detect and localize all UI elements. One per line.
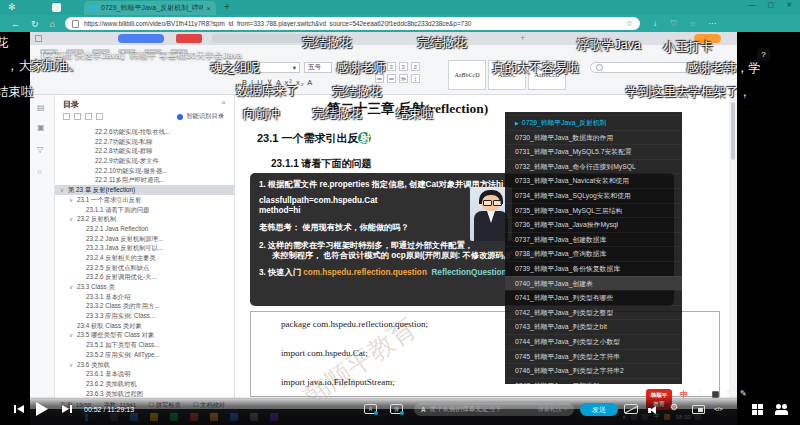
playlist-item[interactable]: ▶0740_韩顺平Java_创建表 [505, 276, 682, 291]
toc-item[interactable]: 22.2.11多用户即时通讯... [55, 175, 235, 185]
playlist-item[interactable]: ▶0742_韩顺平Java_列类型之整型 [505, 305, 682, 320]
maximize-button[interactable]: ▢ [768, 1, 775, 9]
new-tab-button[interactable]: + [224, 1, 230, 12]
wps-premium-chip[interactable] [176, 34, 202, 43]
toc-item[interactable]: 23.6.1 基本说明 [55, 369, 235, 379]
toc-item[interactable]: ∨第 23 章 反射(reflection) [55, 185, 235, 195]
toc-tool-icon[interactable] [85, 113, 92, 120]
toc-item[interactable]: 23.6.2 类加载时机 [55, 379, 235, 389]
toc-item[interactable]: ∨23.1 一个需求引出反射 [55, 195, 235, 205]
toc-item[interactable]: 23.2.6 反射调用优化-关... [55, 272, 235, 282]
bookmark-icon[interactable]: ▽ [37, 145, 43, 154]
playlist-item[interactable]: ▶0743_韩顺平Java_列类型之bit [505, 319, 682, 334]
toc-tool-icon[interactable] [96, 113, 103, 120]
playlist-item[interactable]: ▶0732_韩顺平Java_命令行连接到MySQL [505, 159, 682, 174]
style-gallery-item[interactable]: AaBbCcD [448, 60, 486, 90]
wps-new-doc-icon[interactable]: + [520, 33, 525, 43]
justify-icon[interactable]: ≡ [411, 62, 420, 71]
playlist-item[interactable]: ▶0745_韩顺平Java_列类型之字符串 [505, 349, 682, 364]
playlist-item[interactable]: ▶0744_韩顺平Java_列类型之小数型 [505, 334, 682, 349]
toc-item[interactable]: 23.3.3 应用实例: Class... [55, 311, 235, 321]
toc-item[interactable]: 23.2.4 反射相关的主要类 [55, 253, 235, 263]
player-skin-icon[interactable]: T [726, 389, 730, 396]
wps-active-doc-tab[interactable] [118, 34, 164, 43]
playlist-item[interactable]: ▶0733_韩顺平Java_Navicat安装和使用 [505, 173, 682, 188]
ribbon-search-box[interactable] [590, 62, 700, 73]
back-icon[interactable]: ← [11, 19, 20, 29]
align-right-icon[interactable]: ≡ [399, 62, 408, 71]
address-input[interactable]: https://www.bilibili.com/video/BV1fh411y… [65, 17, 640, 30]
toc-item[interactable]: 23.5.1 如下类型有 Class... [55, 340, 235, 350]
toc-item[interactable]: 23.3.1 基本介绍 [55, 292, 235, 302]
toc-item[interactable]: ∨23.2 反射机制 [55, 214, 235, 224]
toc-close-icon[interactable]: × [221, 98, 226, 107]
browser-logo-icon[interactable]: ✻ [8, 2, 16, 12]
chevron-down-icon[interactable]: ∨ [69, 283, 77, 292]
number-list-icon[interactable]: ≔ [387, 74, 396, 83]
line-spacing-icon[interactable]: ↕ [411, 74, 420, 83]
danmaku-toggle-off-icon[interactable] [624, 404, 638, 414]
find-icon[interactable]: ○ [37, 167, 42, 176]
toc-item[interactable]: ∨23.6 类加载 [55, 360, 235, 370]
toc-item[interactable]: 22.2.7功能实现-私聊 [55, 137, 235, 147]
danmaku-input[interactable]: A 发个友善的弹幕见证当下 弹幕礼仪 > [414, 403, 574, 416]
embed-code-icon[interactable]: </> [714, 406, 723, 412]
send-danmaku-button[interactable]: 发送 [580, 403, 618, 416]
playlist-item[interactable]: ▶0729_韩顺平Java_反射机制 [505, 115, 682, 130]
close-window-button[interactable]: ✕ [786, 1, 792, 9]
next-episode-button[interactable] [62, 405, 72, 413]
collections-icon[interactable]: ♡ [670, 19, 677, 28]
chevron-down-icon[interactable]: ∨ [69, 196, 77, 205]
toc-item[interactable]: 23.5.2 应用实例: AllType... [55, 350, 235, 360]
playlist-item[interactable]: ▶0730_韩顺平Java_数据库的作用 [505, 130, 682, 145]
toc-item[interactable]: 22.2.6功能实现-拉取在线... [55, 127, 235, 137]
video-player[interactable]: + 宋体▾ 五号 B I U ⊻ A x² x₂ A ≡ ≡ ≡ [0, 32, 800, 425]
toc-item[interactable]: ∨23.5 哪些类型有 Class 对象 [55, 330, 235, 340]
toc-item[interactable]: 23.2.1 Java Reflection [55, 224, 235, 234]
chevron-down-icon[interactable]: ∨ [69, 215, 77, 224]
screenshot-extension-icon[interactable] [712, 391, 719, 398]
playlist-item[interactable]: ▶0738_韩顺平Java_查询数据库 [505, 246, 682, 261]
toc-item[interactable]: 23.4 获取 Class 类对象 [55, 321, 235, 331]
help-icon[interactable]: ? [757, 48, 770, 61]
play-button[interactable] [36, 402, 48, 416]
playlist-item[interactable]: ▶0737_韩顺平Java_创建数据库 [505, 232, 682, 247]
scrollbar-thumb[interactable] [731, 102, 735, 160]
minimize-button[interactable]: — [749, 1, 756, 9]
danmaku-font-icon[interactable]: A [421, 406, 426, 413]
chevron-down-icon[interactable]: ∨ [60, 186, 68, 195]
favorite-icon[interactable]: ☆ [626, 19, 633, 28]
chevron-down-icon[interactable]: ∨ [69, 361, 77, 370]
playlist-item[interactable]: ▶0734_韩顺平Java_SQLyog安装和使用 [505, 188, 682, 203]
playlist-item[interactable]: ▶0735_韩顺平Java_MySQL三层结构 [505, 203, 682, 218]
wps-menu-icon[interactable] [35, 35, 42, 42]
watch-together-icon[interactable] [776, 404, 781, 409]
night-mode-icon[interactable]: ☾ [697, 389, 704, 398]
danmaku-etiquette-link[interactable]: 弹幕礼仪 > [538, 405, 567, 414]
toc-item[interactable]: 23.3.2 Class 类的常用方... [55, 301, 235, 311]
refresh-icon[interactable]: ↻ [31, 19, 39, 29]
outline-panel-icon[interactable]: ▤ [37, 103, 45, 112]
note-icon[interactable]: ✎ [740, 389, 747, 398]
toc-item[interactable]: 22.2.9功能实现-发文件 [55, 156, 235, 166]
align-center-icon[interactable]: ≡ [387, 62, 396, 71]
player-settings-icon[interactable]: ⚙ [670, 402, 678, 412]
toc-item[interactable]: 23.1.1 请看下面的问题 [55, 205, 235, 215]
close-tab-icon[interactable]: × [206, 4, 211, 13]
toc-item[interactable]: 23.2.3 Java 反射机制可以... [55, 243, 235, 253]
font-size-select[interactable]: 五号 [304, 62, 332, 73]
home-icon[interactable]: ⌂ [50, 19, 55, 29]
toc-item[interactable]: 23.2.2 Java 反射机制原理... [55, 234, 235, 244]
playlist-item[interactable]: ▶0746_韩顺平Java_列类型之字符串2 [505, 363, 682, 378]
playlist-item[interactable]: ▶0739_韩顺平Java_备份恢复数据库 [505, 261, 682, 276]
smart-toc-toggle[interactable]: 智能识别目录 [177, 112, 224, 121]
toc-tool-icon[interactable] [63, 113, 70, 120]
picture-in-picture-icon[interactable] [692, 405, 705, 414]
toc-item[interactable]: 22.2.8功能实现-群聊 [55, 146, 235, 156]
playlist-item[interactable]: ▶0741_韩顺平Java_列类型有哪些 [505, 290, 682, 305]
subtitle-icon[interactable]: 中 [680, 389, 688, 400]
pinned-page-icon[interactable] [52, 3, 61, 12]
widescreen-icon[interactable] [752, 404, 757, 409]
browser-tab[interactable]: 0729_韩顺平Java_反射机制_哔哩 × [84, 1, 216, 15]
danmaku-settings-icon[interactable]: A [364, 404, 377, 414]
